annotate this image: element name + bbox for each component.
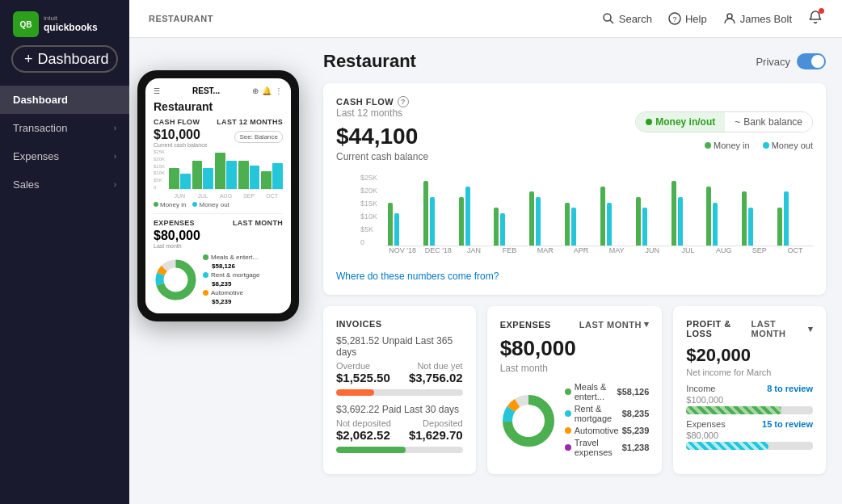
phone-exp-period: Last month [154,243,283,249]
income-value: $100,000 [686,395,813,405]
chart-legend: Money in Money out [705,141,813,150]
phone-chart [169,149,283,190]
bar-out [748,208,753,246]
chart-x-label: MAY [599,246,634,254]
expenses-period-selector[interactable]: Last month ▾ [579,319,650,330]
income-review-badge[interactable]: 8 to review [767,384,813,393]
search-action[interactable]: Search [602,12,652,25]
sidebar-logo: QB intuit quickbooks [0,0,129,45]
y-axis-label: 0 [360,238,377,246]
bar-in [777,208,782,246]
user-action[interactable]: James Bolt [723,12,792,25]
y-axis-label: $15K [360,200,377,208]
sidebar-item-dashboard[interactable]: Dashboard [0,86,129,114]
bar-out [536,197,541,246]
inv-deposited-bar [336,447,463,453]
phone-see-balance-btn[interactable]: See: Balance [234,131,283,143]
chart-x-labels: NOV '18DEC '18JANFEBMARAPRMAYJUNJULAUGSE… [385,246,813,254]
bar-in [565,203,570,246]
pl-expenses-bar [686,442,813,450]
phone-exp-val-1: $8,235 [212,280,259,288]
privacy-switch[interactable] [797,53,826,69]
where-link[interactable]: Where do these numbers come from? [336,271,813,282]
sidebar-item-transaction[interactable]: Transaction › [0,114,129,142]
bar-group [529,191,562,246]
page-header: Restaurant Privacy [323,51,826,72]
phone-donut-chart [154,258,198,302]
pl-amount: $20,000 [686,345,813,366]
phone-bar-in [261,171,272,190]
cash-flow-header: CASH FLOW ? Last 12 months $44,100 Curre… [336,96,813,170]
phone-exp-amount: $80,000 [154,229,283,243]
bar-in [529,191,534,246]
bar-group [742,191,774,246]
topbar-actions: Search ? Help James Bolt [602,10,823,27]
bar-in [636,197,641,246]
help-action[interactable]: ? Help [668,12,707,25]
svg-point-11 [166,270,186,289]
phone-balance: $10,000 [154,128,208,142]
phone-exp-val-0: $58,126 [212,262,259,270]
phone-bar-out [180,174,191,189]
sidebar-nav: Dashboard Transaction › Expenses › Sales… [0,86,129,199]
qb-logo-icon: QB [13,11,39,37]
bar-in [600,187,605,246]
inv-paid-row: Not deposited $2,062.52 Deposited $1,629… [336,418,463,442]
phone-chart-labels: JUNJULAUGSEPOCT [169,193,283,199]
bar-out [465,187,470,246]
exp-legend: Meals & entert... $58,126 Rent & mortgag… [565,382,650,460]
money-inout-btn[interactable]: Money in/out [636,112,725,132]
bar-out [430,197,435,246]
bar-group [636,197,668,246]
phone-screen: ☰ REST... ⊕ 🔔 ⋮ Restaurant CASH FLOW Las… [145,78,291,313]
phone-bar-in [238,161,249,189]
phone-chart-x-label: SEP [238,193,260,199]
notification-bell[interactable] [808,10,823,27]
phone-exp-val-2: $5,239 [212,298,259,305]
pl-income-row: Income 8 to review $100,000 [686,384,813,414]
sidebar-item-sales[interactable]: Sales › [0,170,129,199]
pl-period-selector[interactable]: Last month ▾ [751,319,813,338]
exp-period: Last month [500,363,650,374]
bar-out [500,213,505,246]
cash-flow-card: CASH FLOW ? Last 12 months $44,100 Curre… [323,83,826,295]
svg-text:?: ? [672,15,676,23]
bar-group [459,187,491,246]
phone-frame: ☰ REST... ⊕ 🔔 ⋮ Restaurant CASH FLOW Las… [137,70,299,321]
inv-overdue-bar [336,389,463,396]
info-icon[interactable]: ? [398,96,409,107]
page-title: Restaurant [323,51,416,72]
bar-group [423,181,456,246]
phone-bar-out [203,168,213,189]
chart-x-label: APR [563,246,599,254]
cash-flow-period: Last 12 months [336,107,428,119]
invoices-card: INVOICES $5,281.52 Unpaid Last 365 days … [323,306,476,474]
inv-unpaid: $5,281.52 Unpaid Last 365 days [336,335,463,358]
inv-overdue-row: Overdue $1,525.50 Not due yet $3,756.02 [336,361,463,384]
bank-balance-btn[interactable]: ~ Bank balance [725,112,812,132]
content-area: ☰ REST... ⊕ 🔔 ⋮ Restaurant CASH FLOW Las… [129,38,842,504]
phone-add-icon: ⊕ [252,86,259,95]
chart-x-label: JUN [634,246,670,254]
y-axis-label: $5K [360,225,377,233]
svg-text:QB: QB [20,20,32,29]
phone-bar-in [192,161,203,189]
chart-x-label: MAR [528,246,563,254]
phone-exp-section: EXPENSES Last month [154,219,283,227]
chart-x-label: SEP [742,246,777,254]
bar-group [494,208,526,246]
new-button[interactable]: + Dashboard [11,45,118,73]
cash-flow-toggle: Money in/out ~ Bank balance [635,111,813,132]
phone-y-axis: $25K$20K$15K$10K$5K0 [154,149,166,190]
chevron-right-icon: › [114,124,116,132]
phone-balance-label: Current cash balance [154,142,208,148]
company-label: RESTAURANT [149,14,213,23]
y-axis-label: $20K [360,187,377,195]
sidebar-item-expenses[interactable]: Expenses › [0,142,129,170]
bar-group [565,203,597,246]
bottom-row: INVOICES $5,281.52 Unpaid Last 365 days … [323,306,826,485]
expenses-review-badge[interactable]: 15 to review [762,419,813,429]
phone-bar-out [250,166,260,189]
main-area: RESTAURANT Search ? Help James Bolt [129,0,842,504]
bar-out [394,213,399,246]
